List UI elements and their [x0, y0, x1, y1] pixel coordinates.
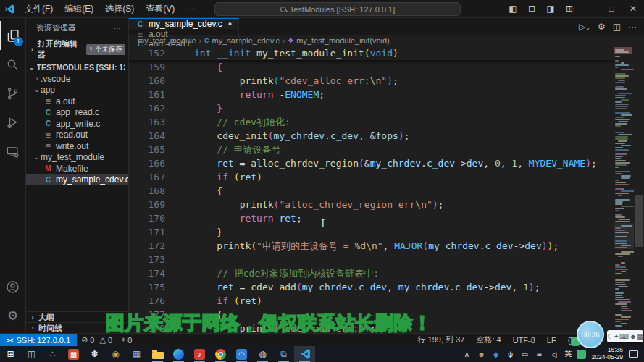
close-button[interactable]: ✕ — [622, 0, 644, 18]
remote-indicator[interactable]: >< SSH: 127.0.0.1 — [0, 334, 77, 347]
account-icon[interactable] — [0, 272, 26, 301]
gray-app-icon[interactable]: ◍ — [252, 346, 273, 362]
tree-item-app[interactable]: ⌄app — [26, 85, 128, 96]
tray-laptop-icon[interactable]: ▭ — [519, 350, 532, 358]
task-view-icon[interactable]: ◫ — [21, 346, 42, 362]
tree-item-my_test_module[interactable]: ⌄my_test_module — [26, 152, 128, 164]
run-debug-icon[interactable] — [0, 108, 26, 137]
indentation[interactable]: 空格: 4 — [472, 334, 505, 345]
sparkle-icon[interactable]: ✦ — [614, 333, 619, 340]
tray-mic-icon[interactable]: ψ — [504, 350, 517, 358]
code-line[interactable]: 166 ret = alloc_chrdev_region(&my_chrdev… — [129, 156, 614, 170]
code-line[interactable]: 173 — [129, 253, 614, 266]
vscode-taskbar-icon[interactable] — [294, 346, 315, 362]
tray-wifi-icon[interactable]: ≋ — [533, 350, 546, 358]
paint-app-icon[interactable]: ◉ — [105, 346, 126, 362]
code-line[interactable]: 152int __init my_test_module_init(void) — [129, 46, 614, 60]
layout-icon-3[interactable]: ⊞ — [560, 4, 579, 14]
tree-item-my_sample_cdev.c[interactable]: Cmy_sample_cdev.c — [26, 174, 128, 186]
code-line[interactable]: 160 printk("cdev_alloc err:\n"); — [129, 74, 614, 88]
code-line[interactable]: 176 if (ret) — [129, 294, 614, 308]
menu-item-V[interactable]: 查看(V) — [140, 4, 180, 14]
tree-item-a.out[interactable]: ≣a.out — [26, 96, 128, 107]
chrome-browser-icon[interactable] — [210, 346, 231, 362]
sticky-scroll-line[interactable]: 152int __init my_test_module_init(void) — [129, 46, 614, 60]
keyboard-icon[interactable]: ⌨ — [619, 333, 629, 340]
music-app-icon[interactable]: ♪ — [189, 346, 210, 362]
vm-app-icon[interactable]: ⧉ — [273, 346, 294, 362]
open-editors-section[interactable]: › 打开的编辑器 1 个未保存 — [26, 37, 128, 62]
code-line[interactable]: 161 return -ENOMEM; — [129, 88, 614, 101]
more-actions-icon[interactable]: ··· — [628, 22, 637, 32]
explorer-icon[interactable]: 1 — [0, 21, 26, 50]
menu-item-E[interactable]: 编辑(E) — [59, 4, 99, 14]
maximize-button[interactable]: □ — [601, 0, 622, 18]
people-icon[interactable]: ∴ — [42, 346, 63, 362]
code-line[interactable]: 162 } — [129, 101, 614, 115]
minimap[interactable] — [614, 46, 634, 333]
tray-shield-icon[interactable]: ◆ — [490, 350, 503, 358]
tree-item-app_read.c[interactable]: Capp_read.c — [26, 107, 128, 119]
tab-a.out[interactable]: ≣a.out — [129, 29, 239, 39]
tray-green-app-icon[interactable] — [577, 350, 586, 359]
layout-icon-2[interactable]: ◨ — [541, 4, 560, 14]
sidebar-more-actions[interactable]: ··· — [113, 24, 121, 33]
tray-user-icon[interactable]: ☻ — [475, 350, 488, 358]
source-control-icon[interactable] — [0, 79, 26, 108]
remote-explorer-icon[interactable] — [0, 137, 26, 166]
workspace-root-section[interactable]: ⌄ TESTMODULES [SSH: 127.0.0.1] — [26, 62, 128, 73]
outline-section[interactable]: ›大纲 — [26, 311, 128, 322]
grid-icon[interactable]: ▦ — [637, 333, 643, 340]
tree-item-app_write.c[interactable]: Capp_write.c — [26, 118, 128, 130]
moon-icon[interactable]: ☾ — [607, 333, 613, 340]
code-line[interactable]: 172 printk("申请到的主设备号 = %d\n", MAJOR(my_c… — [129, 239, 614, 253]
run-button[interactable]: ▷⌄ — [579, 22, 590, 32]
code-line[interactable]: 175 ret = cdev_add(my_chrdev.c_dev, my_c… — [129, 280, 614, 294]
menu-item-S[interactable]: 选择(S) — [99, 4, 140, 14]
breadcrumb-item[interactable]: my_test_module_init(void) — [296, 36, 389, 45]
tree-item-.vscode[interactable]: ›.vscode — [26, 73, 128, 85]
minimize-button[interactable]: ─ — [579, 0, 601, 18]
code-line[interactable]: 177 { — [129, 308, 614, 321]
tab-my_sample_cdev.c[interactable]: Cmy_sample_cdev.c● — [129, 18, 239, 29]
tray-expand-icon[interactable]: ∧ — [461, 350, 474, 358]
encoding[interactable]: UTF-8 — [509, 336, 540, 345]
code-line[interactable]: 170 return ret; — [129, 211, 614, 225]
timeline-section[interactable]: ›时间线 — [26, 322, 128, 333]
code-line[interactable]: 159 { — [129, 60, 614, 74]
taskbar-clock[interactable]: 16:36 2024-05-29 — [587, 347, 627, 361]
search-sidebar-icon[interactable] — [0, 50, 26, 79]
ports-indicator[interactable]: ⌖0 — [117, 335, 136, 345]
recorder-timer-bubble[interactable]: 06:36 — [577, 321, 604, 348]
tray-ime-icon[interactable]: 英 — [562, 349, 575, 359]
scrollbar-thumb[interactable] — [635, 195, 643, 247]
tree-item-read.out[interactable]: ≣read.out — [26, 130, 128, 141]
code-line[interactable]: 174 // 把cde对象添加到内核设备链表中: — [129, 266, 614, 280]
recorder-toolbar[interactable]: ☾✦⌨☻▦ — [607, 330, 643, 342]
code-line[interactable]: 163 // cdev初始化: — [129, 115, 614, 129]
settings-gear-icon[interactable]: ⚙ — [0, 301, 26, 330]
person-icon[interactable]: ☻ — [630, 333, 636, 340]
dirty-indicator[interactable]: ● — [228, 20, 232, 28]
layout-icon-0[interactable]: ◧ — [503, 4, 522, 14]
edge-browser-icon[interactable] — [168, 346, 189, 362]
tree-item-write.out[interactable]: ≣write.out — [26, 140, 128, 152]
flower-app-icon[interactable]: ✽ — [84, 346, 105, 362]
code-line[interactable]: 171 } — [129, 225, 614, 239]
code-editor[interactable]: 152int __init my_test_module_init(void) … — [129, 46, 644, 333]
tray-volume-icon[interactable]: ◁ — [548, 350, 561, 358]
menu-item-[interactable]: ··· — [180, 4, 201, 14]
split-editor-icon[interactable]: ◫ — [613, 22, 621, 32]
file-explorer-icon[interactable] — [147, 346, 168, 362]
start-button[interactable]: ⊞ — [0, 346, 21, 362]
problems-indicator[interactable]: ⊘0 △0 — [77, 335, 117, 345]
vertical-scrollbar[interactable] — [634, 46, 644, 333]
code-line[interactable]: 164 cdev_init(my_chrdev.c_dev, &fops); — [129, 129, 614, 143]
cursor-position[interactable]: 行 199, 列 37 — [414, 334, 469, 345]
code-line[interactable]: 167 if (ret) — [129, 170, 614, 184]
notification-center-icon[interactable] — [629, 350, 638, 358]
blue-app-icon[interactable]: ◠ — [231, 346, 252, 362]
code-line[interactable]: 169 printk("alloc_chrdev_region err\n"); — [129, 198, 614, 211]
layout-icon-1[interactable]: ⊟ — [522, 4, 541, 14]
screenshot-app-icon[interactable]: ▩ — [63, 346, 84, 362]
